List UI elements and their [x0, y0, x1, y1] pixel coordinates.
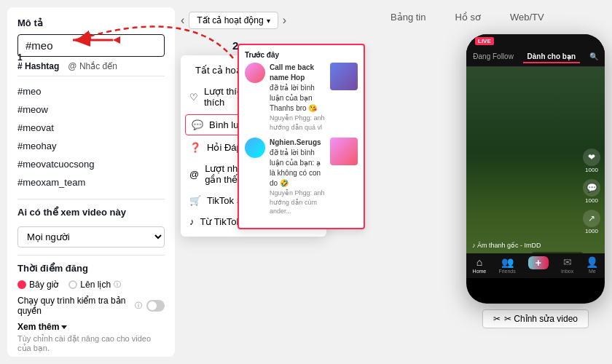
phone-nav: Đang Follow Dành cho bạn 🔍 [466, 48, 605, 67]
heart-icon: ♡ [189, 92, 198, 103]
dropdown-chevron-icon: ▾ [267, 17, 270, 25]
comments-section-header: Trước đây [245, 51, 358, 59]
comment-bubble-icon: 💬 [583, 179, 600, 197]
schedule-later-label: Lên lịch [80, 280, 111, 290]
radio-dot-now [17, 280, 26, 289]
comment-row-1: Call me back name Hop đỡ trả lời bình lu… [245, 63, 358, 132]
phone-search-icon[interactable]: 🔍 [585, 51, 603, 63]
comment-name-2: Nghien.Serugs [270, 138, 326, 148]
phone-mockup: LIVE Đang Follow Dành cho bạn 🔍 ❤ [466, 34, 605, 304]
schedule-section: Thời điểm đăng Bây giờ Lên lịch ⓘ [17, 263, 165, 290]
home-label: Home [473, 269, 487, 274]
music-note-icon: ♪ [472, 242, 476, 249]
forward-arrow-icon[interactable]: › [283, 14, 286, 27]
comment-body-1: đỡ trả lời bình luận của bạn Thanhs bro … [270, 83, 326, 114]
plus-icon: + [528, 256, 549, 269]
right-panel: Bảng tin Hồ sơ Web/TV LIVE Đang Follow D… [354, 7, 605, 357]
suggestion-meo[interactable]: #meo [17, 82, 165, 100]
section-title: Mô tả [17, 17, 165, 28]
copyright-row: Chạy quy trình kiểm tra bản quyền ⓘ [17, 296, 165, 316]
middle-panel: ‹ Tất cả hoạt động ▾ › Tất cả hoạt động … [181, 7, 348, 357]
dropdown-all-activities-btn[interactable]: Tất cả hoạt động ▾ [189, 12, 278, 29]
share-icon: ↗ [583, 210, 600, 227]
phone-tab-home[interactable]: ⌂ Home [473, 256, 487, 274]
comment-name-1: Call me back name Hop [270, 63, 326, 83]
who-can-watch-label: Ai có thể xem video này [17, 207, 165, 218]
comment-thumb-1 [330, 63, 358, 90]
suggestion-meoxam[interactable]: #meoxam_team [17, 173, 165, 191]
suggestion-meow[interactable]: #meow [17, 100, 165, 119]
profile-icon: 👤 [586, 256, 598, 268]
like-icon: ❤ [583, 149, 600, 166]
menu-tiktok-label: Từ TikTok [200, 216, 241, 227]
copyright-info-icon: ⓘ [135, 301, 142, 311]
phone-tab-friends[interactable]: 👥 Friends [498, 256, 515, 274]
schedule-now[interactable]: Bây giờ [17, 280, 58, 290]
comment-thumb-2 [330, 138, 358, 165]
comment-reply-1: Nguyễn Phgg: anh hướng dẫn quá vl [270, 114, 326, 132]
phone-tab-me[interactable]: 👤 Me [586, 256, 598, 274]
music-icon: ♪ [189, 216, 195, 227]
phone-bottom-bar: ⌂ Home 👥 Friends + ✉ Inbox [466, 253, 605, 278]
step-number-2: 2 [232, 39, 238, 52]
phone-wrapper: LIVE Đang Follow Dành cho bạn 🔍 ❤ [466, 34, 605, 328]
tab-webtv[interactable]: Web/TV [495, 7, 559, 28]
phone-side-actions: ❤ 1000 💬 1000 ↗ 1000 [583, 149, 600, 234]
comment-row-2: Nghien.Serugs đỡ trả lời bình luận của b… [245, 138, 358, 216]
friends-icon: 👥 [501, 256, 514, 268]
music-text: Âm thanh gốc - ImDD [477, 242, 541, 249]
comment-count: 1000 [585, 197, 598, 204]
comment-avatar-1 [245, 63, 265, 83]
top-tabs: Bảng tin Hồ sơ Web/TV [376, 7, 559, 28]
edit-video-label: ✂ Chỉnh sửa video [504, 314, 578, 324]
friends-label: Friends [498, 269, 515, 274]
live-badge: LIVE [475, 37, 494, 45]
phone-tab-plus[interactable]: + [528, 256, 549, 274]
comment-text-1: Call me back name Hop đỡ trả lời bình lu… [270, 63, 326, 132]
back-arrow-icon[interactable]: ‹ [181, 14, 184, 27]
suggestion-meovatcuocsong[interactable]: #meovatcuocsong [17, 155, 165, 173]
who-can-watch-section: Ai có thể xem video này Mọi người Bạn bè… [17, 207, 165, 248]
avatar-img-2 [245, 138, 265, 158]
comment-avatar-2 [245, 138, 265, 158]
tab-hoso[interactable]: Hồ sơ [440, 7, 495, 28]
shop-icon: 🛒 [189, 195, 201, 206]
music-info: ♪ Âm thanh gốc - ImDD [472, 242, 541, 249]
comment-body-2: đỡ trả lời bình luận của bạn: ạ là không… [270, 148, 326, 189]
hashtag-input[interactable]: #meo [17, 34, 165, 57]
comment-icon: 💬 [192, 119, 203, 130]
phone-tab-inbox[interactable]: ✉ Inbox [561, 256, 573, 274]
schedule-later[interactable]: Lên lịch ⓘ [68, 280, 121, 290]
divider-1 [17, 199, 165, 199]
comment-preview-box: Trước đây Call me back name Hop đỡ trả l… [238, 44, 365, 229]
like-action[interactable]: ❤ 1000 [583, 149, 600, 173]
copyright-label: Chạy quy trình kiểm tra bản quyền [17, 296, 130, 316]
comment-reply-2: Nguyễn Phgg: anh hướng dẫn cùm ander... [270, 189, 326, 216]
like-count: 1000 [585, 167, 598, 173]
profile-label: Me [589, 269, 596, 274]
share-action[interactable]: ↗ 1000 [583, 210, 600, 234]
view-more-btn[interactable]: Xem thêm [17, 322, 165, 332]
phone-status-bar: LIVE [466, 34, 605, 48]
inbox-icon: ✉ [563, 256, 572, 268]
inbox-label: Inbox [561, 269, 573, 274]
schedule-radio-group: Bây giờ Lên lịch ⓘ [17, 280, 165, 290]
phone-nav-foryou[interactable]: Dành cho bạn [523, 51, 581, 63]
who-can-watch-select[interactable]: Mọi người Bạn bè Chỉ mình tôi [17, 226, 165, 248]
edit-video-btn[interactable]: ✂ ✂ Chỉnh sửa video [482, 309, 589, 328]
left-panel: Mô tả #meo 1 # Hashtag @ Nhắc đến #meo #… [7, 7, 175, 357]
suggestion-meohay[interactable]: #meohay [17, 137, 165, 155]
avatar-img-1 [245, 63, 265, 83]
dropdown-label: Tất cả hoạt động [197, 15, 263, 25]
tab-bangtin[interactable]: Bảng tin [376, 7, 440, 28]
schedule-label: Thời điểm đăng [17, 263, 165, 274]
suggestion-meovat[interactable]: #meovat [17, 119, 165, 137]
suggestion-list: #meo #meow #meovat #meohay #meovatcuocso… [17, 82, 165, 191]
phone-nav-follow[interactable]: Đang Follow [468, 51, 518, 63]
comment-action[interactable]: 💬 1000 [583, 179, 600, 204]
schedule-now-label: Bây giờ [29, 280, 58, 290]
mentions-icon: @ [189, 169, 199, 180]
tab-mention[interactable]: @ Nhắc đến [68, 61, 117, 71]
tab-hashtag[interactable]: # Hashtag [17, 61, 59, 71]
copyright-toggle[interactable] [146, 300, 165, 312]
